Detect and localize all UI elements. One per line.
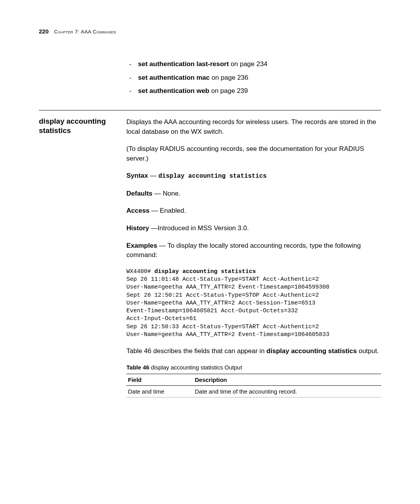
list-item: set authentication last-resort on page 2… [126, 60, 381, 69]
related-commands-list: set authentication last-resort on page 2… [126, 60, 381, 96]
table-intro-paragraph: Table 46 describes the fields that can a… [126, 346, 381, 356]
note-paragraph: (To display RADIUS accounting records, s… [126, 144, 381, 163]
syntax-row: Syntax — display accounting statistics [126, 171, 381, 181]
example-code-block: WX4400# display accounting statistics Se… [126, 268, 381, 339]
page-ref: on page 234 [229, 60, 267, 68]
command-name: set authentication web [138, 87, 209, 94]
defaults-row: Defaults — None. [126, 189, 381, 199]
output-fields-table: Field Description Date and time Date and… [126, 374, 381, 397]
page-header: 220 Chapter 7: AAA Commands [39, 28, 381, 35]
page-ref: on page 236 [210, 74, 248, 81]
defaults-value: — None. [152, 190, 180, 197]
access-row: Access — Enabled. [126, 206, 381, 216]
table-caption: Table 46 display accounting statistics O… [126, 364, 381, 371]
table-intro-cmd: display accounting statistics [266, 347, 357, 355]
access-value: — Enabled. [150, 207, 186, 214]
table-header-row: Field Description [126, 374, 381, 385]
example-command: display accounting statistics [154, 268, 256, 275]
history-row: History —Introduced in MSS Version 3.0. [126, 224, 381, 233]
examples-row: Examples — To display the locally stored… [126, 241, 381, 260]
dash: — [150, 172, 158, 179]
table-header-field: Field [126, 374, 193, 385]
section-divider [39, 110, 381, 110]
table-cell-field: Date and time [126, 385, 193, 397]
list-item: set authentication mac on page 236 [126, 73, 381, 83]
history-label: History [126, 224, 149, 232]
command-name: set authentication mac [138, 74, 210, 81]
defaults-label: Defaults [126, 190, 152, 197]
table-intro-post: output. [357, 347, 379, 355]
history-value: —Introduced in MSS Version 3.0. [149, 224, 249, 232]
page-container: 220 Chapter 7: AAA Commands set authenti… [0, 0, 420, 413]
list-item: set authentication web on page 239 [126, 86, 381, 96]
example-prompt: WX4400# [126, 268, 154, 275]
table-cell-description: Date and time of the accounting record. [193, 385, 381, 397]
access-label: Access [126, 207, 150, 214]
table-intro-pre: Table 46 describes the fields that can a… [126, 347, 266, 355]
section-heading: display accounting statistics [39, 117, 111, 135]
table-caption-label: Table 46 [126, 364, 149, 371]
page-number: 220 [39, 28, 49, 35]
intro-paragraph: Displays the AAA accounting records for … [126, 117, 381, 136]
chapter-title: Chapter 7: AAA Commands [54, 29, 116, 35]
command-name: set authentication last-resort [138, 60, 229, 68]
examples-value: — To display the locally stored accounti… [126, 242, 361, 259]
syntax-label: Syntax [126, 172, 148, 179]
example-output: Sep 26 11:01:48 Acct-Status-Type=START A… [126, 276, 329, 338]
table-caption-text: display accounting statistics Output [149, 364, 242, 371]
table-row: Date and time Date and time of the accou… [126, 385, 381, 397]
page-ref: on page 239 [209, 87, 248, 94]
table-header-description: Description [193, 374, 381, 385]
syntax-command: display accounting statistics [158, 173, 266, 180]
examples-label: Examples [126, 242, 157, 249]
